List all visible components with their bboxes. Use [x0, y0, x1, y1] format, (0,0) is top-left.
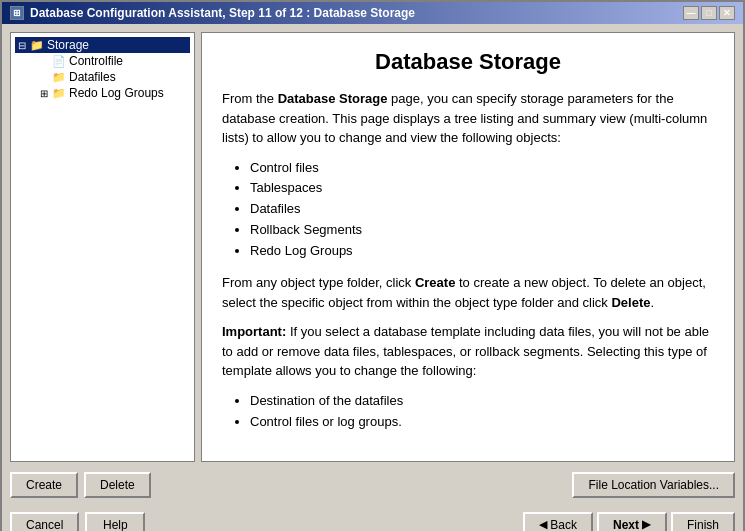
next-label: Next: [613, 518, 639, 531]
info-paragraph1: From the Database Storage page, you can …: [222, 89, 714, 148]
finish-button[interactable]: Finish: [671, 512, 735, 531]
next-arrow-icon: ▶: [642, 518, 650, 531]
title-bar-buttons: — □ ✕: [683, 6, 735, 20]
tree-panel: ⊟ 📁 Storage 📄 Controlfile �: [10, 32, 195, 462]
tree-item-storage[interactable]: ⊟ 📁 Storage: [15, 37, 190, 53]
next-button[interactable]: Next ▶: [597, 512, 667, 531]
back-arrow-icon: ◀: [539, 518, 547, 531]
expand-icon-redolog: ⊞: [39, 88, 49, 99]
bottom-bar: Create Delete File Location Variables...: [10, 468, 735, 502]
tree-child-redolog: ⊞ 📁 Redo Log Groups: [37, 85, 190, 101]
create-button[interactable]: Create: [10, 472, 78, 498]
tree-item-redolog[interactable]: ⊞ 📁 Redo Log Groups: [37, 85, 190, 101]
folder-icon-redolog: 📁: [52, 87, 66, 100]
tree-item-controlfile[interactable]: 📄 Controlfile: [37, 53, 190, 69]
file-icon-controlfile: 📄: [52, 55, 66, 68]
minimize-button[interactable]: —: [683, 6, 699, 20]
cancel-button[interactable]: Cancel: [10, 512, 79, 531]
app-icon: ⊞: [10, 6, 24, 20]
tree-item-redolog-label: Redo Log Groups: [69, 86, 164, 100]
tree-child-controlfile: 📄 Controlfile: [37, 53, 190, 69]
main-window: ⊞ Database Configuration Assistant, Step…: [0, 0, 745, 531]
close-button[interactable]: ✕: [719, 6, 735, 20]
folder-icon-storage: 📁: [30, 39, 44, 52]
bottom-left: Create Delete: [10, 472, 151, 498]
info-p3-suffix: If you select a database template includ…: [222, 324, 709, 378]
info-p2-bold2: Delete: [611, 295, 650, 310]
folder-icon-datafiles: 📁: [52, 71, 66, 84]
title-left: ⊞ Database Configuration Assistant, Step…: [10, 6, 415, 20]
content-area: ⊟ 📁 Storage 📄 Controlfile �: [10, 32, 735, 462]
list2-item-1: Control files or log groups.: [250, 412, 714, 433]
footer-left: Cancel Help: [10, 512, 145, 531]
help-button[interactable]: Help: [85, 512, 145, 531]
tree-item-controlfile-label: Controlfile: [69, 54, 123, 68]
info-p2-suffix: .: [651, 295, 655, 310]
maximize-button[interactable]: □: [701, 6, 717, 20]
info-paragraph3: Important: If you select a database temp…: [222, 322, 714, 381]
tree-item-storage-label: Storage: [47, 38, 89, 52]
info-p2-bold1: Create: [415, 275, 455, 290]
list1-item-2: Datafiles: [250, 199, 714, 220]
main-content: ⊟ 📁 Storage 📄 Controlfile �: [2, 24, 743, 531]
list1-item-1: Tablespaces: [250, 178, 714, 199]
info-panel: Database Storage From the Database Stora…: [201, 32, 735, 462]
title-bar: ⊞ Database Configuration Assistant, Step…: [2, 2, 743, 24]
info-list2: Destination of the datafiles Control fil…: [250, 391, 714, 433]
tree-item-datafiles-label: Datafiles: [69, 70, 116, 84]
list1-item-0: Control files: [250, 158, 714, 179]
back-button[interactable]: ◀ Back: [523, 512, 593, 531]
window-title: Database Configuration Assistant, Step 1…: [30, 6, 415, 20]
tree-item-datafiles[interactable]: 📁 Datafiles: [37, 69, 190, 85]
info-paragraph2: From any object type folder, click Creat…: [222, 273, 714, 312]
info-p3-bold: Important:: [222, 324, 286, 339]
info-p1-prefix: From the: [222, 91, 278, 106]
footer-right: ◀ Back Next ▶ Finish: [523, 512, 735, 531]
back-label: Back: [550, 518, 577, 531]
delete-button[interactable]: Delete: [84, 472, 151, 498]
list1-item-4: Redo Log Groups: [250, 241, 714, 262]
info-p2-prefix: From any object type folder, click: [222, 275, 415, 290]
list2-item-0: Destination of the datafiles: [250, 391, 714, 412]
info-title: Database Storage: [222, 49, 714, 75]
info-list1: Control files Tablespaces Datafiles Roll…: [250, 158, 714, 262]
file-location-right: File Location Variables...: [572, 472, 735, 498]
info-p1-bold: Database Storage: [278, 91, 388, 106]
footer-bar: Cancel Help ◀ Back Next ▶ Finish: [10, 508, 735, 531]
file-location-button[interactable]: File Location Variables...: [572, 472, 735, 498]
tree-child-datafiles: 📁 Datafiles: [37, 69, 190, 85]
list1-item-3: Rollback Segments: [250, 220, 714, 241]
expand-icon-storage: ⊟: [17, 40, 27, 51]
